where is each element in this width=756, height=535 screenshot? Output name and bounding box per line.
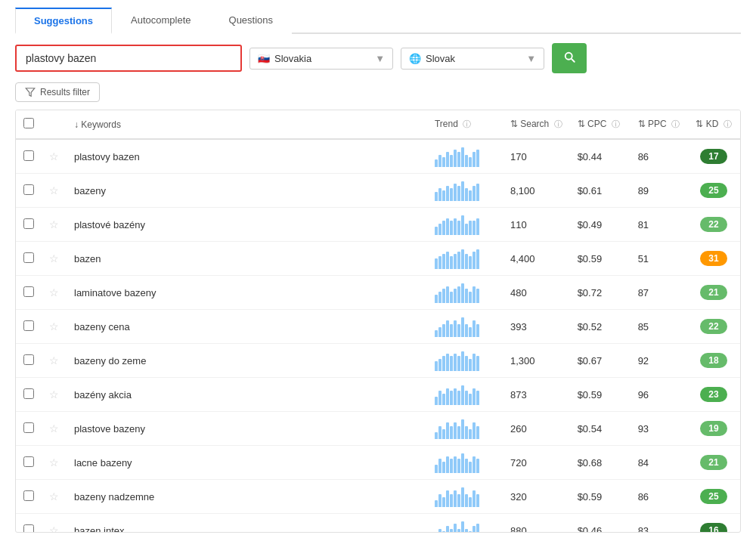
cpc-cell: $0.52 xyxy=(570,310,631,344)
search-input[interactable]: plastovy bazen xyxy=(15,45,242,72)
kd-cell: 21 xyxy=(687,446,740,480)
row-checkbox[interactable] xyxy=(23,490,34,501)
row-checkbox[interactable] xyxy=(23,422,34,433)
kd-cell: 19 xyxy=(687,412,740,446)
row-checkbox[interactable] xyxy=(23,218,34,229)
star-icon[interactable]: ☆ xyxy=(49,354,59,366)
search-volume-cell: 8,100 xyxy=(503,174,570,208)
star-icon[interactable]: ☆ xyxy=(49,490,59,503)
ppc-cell: 83 xyxy=(631,514,687,533)
cpc-info-icon: ⓘ xyxy=(612,119,620,128)
star-icon[interactable]: ☆ xyxy=(49,252,59,264)
kd-badge: 25 xyxy=(700,183,727,198)
filter-row: Results filter xyxy=(15,82,741,102)
tab-questions[interactable]: Questions xyxy=(210,8,293,34)
trend-cell xyxy=(427,514,503,533)
ppc-cell: 84 xyxy=(631,446,687,480)
row-checkbox[interactable] xyxy=(23,252,34,263)
row-checkbox[interactable] xyxy=(23,184,34,195)
table-row: ☆bazen intex880$0.468316 xyxy=(16,514,740,533)
search-volume-cell: 110 xyxy=(503,208,570,242)
star-icon[interactable]: ☆ xyxy=(49,388,59,400)
star-icon[interactable]: ☆ xyxy=(49,218,59,230)
header-trend[interactable]: Trend ⓘ xyxy=(427,110,503,139)
star-icon[interactable]: ☆ xyxy=(49,320,59,332)
star-icon[interactable]: ☆ xyxy=(49,286,59,298)
ppc-cell: 93 xyxy=(631,412,687,446)
kd-cell: 21 xyxy=(687,276,740,310)
star-icon[interactable]: ☆ xyxy=(49,524,59,533)
star-icon[interactable]: ☆ xyxy=(49,456,59,469)
results-filter-button[interactable]: Results filter xyxy=(15,82,100,102)
table-row: ☆bazeny do zeme1,300$0.679218 xyxy=(16,344,740,378)
keyword-cell: lacne bazeny xyxy=(67,446,427,480)
keyword-cell: bazény akcia xyxy=(67,378,427,412)
star-icon[interactable]: ☆ xyxy=(49,422,59,434)
row-checkbox[interactable] xyxy=(23,456,34,467)
header-checkbox[interactable] xyxy=(16,110,42,139)
star-icon[interactable]: ☆ xyxy=(49,150,59,162)
cpc-cell: $0.61 xyxy=(570,174,631,208)
kd-badge: 23 xyxy=(700,387,727,402)
ppc-cell: 96 xyxy=(631,378,687,412)
cpc-cell: $0.72 xyxy=(570,276,631,310)
country-select[interactable]: 🇸🇰 Slovakia ▼ xyxy=(249,48,393,70)
kd-badge: 21 xyxy=(700,285,727,300)
row-checkbox[interactable] xyxy=(23,524,34,533)
row-checkbox[interactable] xyxy=(23,320,34,331)
trend-cell xyxy=(427,344,503,378)
header-keywords[interactable]: ↓ Keywords xyxy=(67,110,427,139)
trend-cell xyxy=(427,412,503,446)
cpc-cell: $0.44 xyxy=(570,139,631,174)
row-checkbox[interactable] xyxy=(23,354,34,365)
ppc-cell: 86 xyxy=(631,139,687,174)
ppc-cell: 87 xyxy=(631,276,687,310)
tab-suggestions[interactable]: Suggestions xyxy=(15,8,112,34)
header-star xyxy=(42,110,67,139)
language-label: Slovak xyxy=(426,53,455,64)
table-row: ☆bazeny8,100$0.618925 xyxy=(16,174,740,208)
table-row: ☆bazen4,400$0.595131 xyxy=(16,242,740,276)
header-kd[interactable]: ⇅ KD ⓘ xyxy=(687,110,740,139)
search-button[interactable] xyxy=(552,43,587,73)
tab-autocomplete[interactable]: Autocomplete xyxy=(112,8,210,34)
table-row: ☆bazény akcia873$0.599623 xyxy=(16,378,740,412)
country-arrow: ▼ xyxy=(375,53,385,64)
header-search[interactable]: ⇅ Search ⓘ xyxy=(503,110,570,139)
ppc-info-icon: ⓘ xyxy=(671,119,680,128)
table-header: ↓ Keywords Trend ⓘ ⇅ Search ⓘ ⇅ CPC ⓘ xyxy=(16,110,740,139)
trend-cell xyxy=(427,139,503,174)
star-icon[interactable]: ☆ xyxy=(49,184,59,196)
keyword-cell: bazeny xyxy=(67,174,427,208)
keywords-table-wrapper[interactable]: ↓ Keywords Trend ⓘ ⇅ Search ⓘ ⇅ CPC ⓘ xyxy=(15,110,741,533)
row-checkbox[interactable] xyxy=(23,388,34,399)
kd-cell: 22 xyxy=(687,208,740,242)
header-cpc[interactable]: ⇅ CPC ⓘ xyxy=(570,110,631,139)
language-select[interactable]: 🌐 Slovak ▼ xyxy=(401,48,544,70)
trend-info-icon: ⓘ xyxy=(463,119,471,128)
select-all-checkbox[interactable] xyxy=(23,118,34,128)
keyword-cell: bazeny cena xyxy=(67,310,427,344)
trend-cell xyxy=(427,378,503,412)
cpc-cell: $0.59 xyxy=(570,480,631,514)
kd-cell: 23 xyxy=(687,378,740,412)
table-row: ☆laminatove bazeny480$0.728721 xyxy=(16,276,740,310)
kd-badge: 18 xyxy=(700,353,727,368)
row-checkbox[interactable] xyxy=(23,150,34,161)
kd-badge: 22 xyxy=(700,217,727,232)
keyword-cell: laminatove bazeny xyxy=(67,276,427,310)
kd-badge: 16 xyxy=(700,523,727,533)
kd-badge: 17 xyxy=(700,149,727,164)
cpc-cell: $0.59 xyxy=(570,242,631,276)
keyword-cell: plastové bazény xyxy=(67,208,427,242)
row-checkbox[interactable] xyxy=(23,286,34,297)
ppc-cell: 81 xyxy=(631,208,687,242)
header-ppc[interactable]: ⇅ PPC ⓘ xyxy=(631,110,687,139)
search-volume-cell: 170 xyxy=(503,139,570,174)
kd-badge: 25 xyxy=(700,489,727,504)
search-info-icon: ⓘ xyxy=(554,119,562,128)
keyword-cell: plastovy bazen xyxy=(67,139,427,174)
country-label: Slovakia xyxy=(274,53,311,64)
kd-cell: 31 xyxy=(687,242,740,276)
language-arrow: ▼ xyxy=(526,53,536,64)
